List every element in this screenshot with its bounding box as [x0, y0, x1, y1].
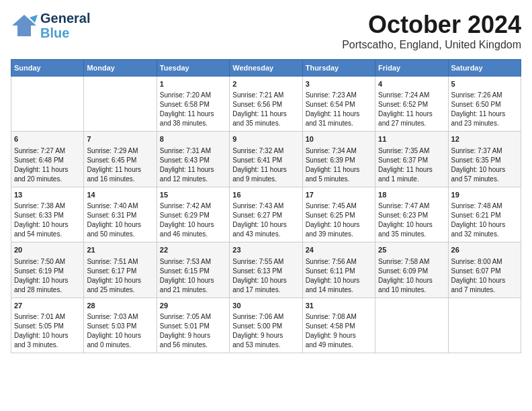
logo-general: General — [40, 11, 90, 26]
calendar-cell: 9Sunrise: 7:32 AM Sunset: 6:41 PM Daylig… — [230, 132, 302, 187]
calendar-cell: 5Sunrise: 7:26 AM Sunset: 6:50 PM Daylig… — [448, 77, 521, 132]
title-section: October 2024 Portscatho, England, United… — [342, 11, 521, 51]
calendar-cell: 25Sunrise: 7:58 AM Sunset: 6:09 PM Dayli… — [375, 242, 448, 298]
day-number: 5 — [451, 79, 518, 89]
calendar-cell: 21Sunrise: 7:51 AM Sunset: 6:17 PM Dayli… — [84, 242, 157, 298]
day-number: 23 — [232, 245, 299, 255]
day-number: 17 — [306, 190, 372, 200]
calendar-cell: 23Sunrise: 7:55 AM Sunset: 6:13 PM Dayli… — [230, 242, 302, 298]
calendar-cell — [84, 77, 157, 132]
calendar-header: SundayMondayTuesdayWednesdayThursdayFrid… — [11, 60, 521, 77]
day-content: Sunrise: 7:48 AM Sunset: 6:21 PM Dayligh… — [451, 202, 506, 238]
day-number: 4 — [378, 79, 445, 89]
day-number: 12 — [451, 134, 518, 144]
day-content: Sunrise: 7:06 AM Sunset: 5:00 PM Dayligh… — [232, 313, 283, 349]
day-content: Sunrise: 7:53 AM Sunset: 6:15 PM Dayligh… — [160, 258, 214, 293]
day-content: Sunrise: 7:21 AM Sunset: 6:56 PM Dayligh… — [232, 91, 287, 127]
month-title: October 2024 — [342, 11, 521, 39]
day-content: Sunrise: 7:42 AM Sunset: 6:29 PM Dayligh… — [160, 202, 214, 238]
calendar-cell: 10Sunrise: 7:34 AM Sunset: 6:39 PM Dayli… — [302, 132, 375, 187]
calendar-cell: 15Sunrise: 7:42 AM Sunset: 6:29 PM Dayli… — [157, 187, 229, 242]
day-content: Sunrise: 7:32 AM Sunset: 6:41 PM Dayligh… — [232, 147, 287, 183]
calendar-cell: 28Sunrise: 7:03 AM Sunset: 5:03 PM Dayli… — [84, 298, 157, 353]
day-content: Sunrise: 7:08 AM Sunset: 4:58 PM Dayligh… — [306, 313, 357, 349]
day-number: 16 — [232, 190, 299, 200]
calendar-cell: 29Sunrise: 7:05 AM Sunset: 5:01 PM Dayli… — [157, 298, 229, 353]
calendar-cell: 20Sunrise: 7:50 AM Sunset: 6:19 PM Dayli… — [11, 242, 84, 298]
day-number: 13 — [14, 190, 81, 200]
day-header-thursday: Thursday — [302, 60, 375, 77]
calendar-cell: 3Sunrise: 7:23 AM Sunset: 6:54 PM Daylig… — [302, 77, 375, 132]
day-number: 28 — [87, 301, 153, 311]
day-content: Sunrise: 7:37 AM Sunset: 6:35 PM Dayligh… — [451, 147, 506, 183]
calendar-cell: 18Sunrise: 7:47 AM Sunset: 6:23 PM Dayli… — [375, 187, 448, 242]
calendar-cell: 12Sunrise: 7:37 AM Sunset: 6:35 PM Dayli… — [448, 132, 521, 187]
day-number: 10 — [306, 134, 372, 144]
day-content: Sunrise: 7:01 AM Sunset: 5:05 PM Dayligh… — [14, 313, 69, 349]
day-number: 26 — [451, 245, 518, 255]
day-number: 29 — [160, 301, 226, 311]
day-header-sunday: Sunday — [11, 60, 84, 77]
day-content: Sunrise: 7:56 AM Sunset: 6:11 PM Dayligh… — [306, 258, 360, 293]
day-header-wednesday: Wednesday — [230, 60, 302, 77]
calendar-cell — [375, 298, 448, 353]
day-number: 18 — [378, 190, 445, 200]
day-content: Sunrise: 7:20 AM Sunset: 6:58 PM Dayligh… — [160, 91, 214, 127]
calendar-table: SundayMondayTuesdayWednesdayThursdayFrid… — [11, 59, 521, 353]
day-number: 30 — [232, 301, 299, 311]
calendar-cell: 30Sunrise: 7:06 AM Sunset: 5:00 PM Dayli… — [230, 298, 302, 353]
day-number: 24 — [306, 245, 372, 255]
week-row-5: 27Sunrise: 7:01 AM Sunset: 5:05 PM Dayli… — [11, 298, 521, 353]
day-number: 15 — [160, 190, 226, 200]
day-content: Sunrise: 7:24 AM Sunset: 6:52 PM Dayligh… — [378, 91, 433, 127]
day-content: Sunrise: 7:29 AM Sunset: 6:45 PM Dayligh… — [87, 147, 141, 183]
page-header: General Blue October 2024 Portscatho, En… — [11, 11, 521, 51]
day-number: 2 — [232, 79, 299, 89]
day-number: 31 — [306, 301, 372, 311]
day-number: 7 — [87, 134, 153, 144]
day-number: 22 — [160, 245, 226, 255]
calendar-cell: 17Sunrise: 7:45 AM Sunset: 6:25 PM Dayli… — [302, 187, 375, 242]
day-number: 25 — [378, 245, 445, 255]
day-content: Sunrise: 7:40 AM Sunset: 6:31 PM Dayligh… — [87, 202, 141, 238]
day-number: 14 — [87, 190, 153, 200]
calendar-cell: 26Sunrise: 8:00 AM Sunset: 6:07 PM Dayli… — [448, 242, 521, 298]
day-number: 9 — [232, 134, 299, 144]
day-number: 1 — [160, 79, 226, 89]
day-header-saturday: Saturday — [448, 60, 521, 77]
calendar-cell: 13Sunrise: 7:38 AM Sunset: 6:33 PM Dayli… — [11, 187, 84, 242]
day-number: 20 — [14, 245, 81, 255]
day-content: Sunrise: 7:47 AM Sunset: 6:23 PM Dayligh… — [378, 202, 433, 238]
calendar-cell: 4Sunrise: 7:24 AM Sunset: 6:52 PM Daylig… — [375, 77, 448, 132]
day-header-monday: Monday — [84, 60, 157, 77]
day-content: Sunrise: 7:50 AM Sunset: 6:19 PM Dayligh… — [14, 258, 69, 293]
logo: General Blue — [11, 11, 90, 40]
day-number: 21 — [87, 245, 153, 255]
location: Portscatho, England, United Kingdom — [342, 39, 521, 51]
day-number: 11 — [378, 134, 445, 144]
week-row-2: 6Sunrise: 7:27 AM Sunset: 6:48 PM Daylig… — [11, 132, 521, 187]
day-content: Sunrise: 8:00 AM Sunset: 6:07 PM Dayligh… — [451, 258, 506, 293]
logo-blue: Blue — [40, 26, 90, 40]
day-content: Sunrise: 7:27 AM Sunset: 6:48 PM Dayligh… — [14, 147, 69, 183]
day-content: Sunrise: 7:35 AM Sunset: 6:37 PM Dayligh… — [378, 147, 433, 183]
calendar-cell: 2Sunrise: 7:21 AM Sunset: 6:56 PM Daylig… — [230, 77, 302, 132]
day-number: 3 — [306, 79, 372, 89]
calendar-cell: 7Sunrise: 7:29 AM Sunset: 6:45 PM Daylig… — [84, 132, 157, 187]
day-content: Sunrise: 7:26 AM Sunset: 6:50 PM Dayligh… — [451, 91, 506, 127]
day-content: Sunrise: 7:45 AM Sunset: 6:25 PM Dayligh… — [306, 202, 360, 238]
logo-icon — [11, 13, 38, 38]
day-content: Sunrise: 7:23 AM Sunset: 6:54 PM Dayligh… — [306, 91, 360, 127]
day-content: Sunrise: 7:43 AM Sunset: 6:27 PM Dayligh… — [232, 202, 287, 238]
calendar-cell: 11Sunrise: 7:35 AM Sunset: 6:37 PM Dayli… — [375, 132, 448, 187]
day-number: 6 — [14, 134, 81, 144]
calendar-cell: 19Sunrise: 7:48 AM Sunset: 6:21 PM Dayli… — [448, 187, 521, 242]
day-number: 19 — [451, 190, 518, 200]
day-header-tuesday: Tuesday — [157, 60, 229, 77]
week-row-3: 13Sunrise: 7:38 AM Sunset: 6:33 PM Dayli… — [11, 187, 521, 242]
day-content: Sunrise: 7:05 AM Sunset: 5:01 PM Dayligh… — [160, 313, 211, 349]
day-content: Sunrise: 7:38 AM Sunset: 6:33 PM Dayligh… — [14, 202, 69, 238]
calendar-cell: 8Sunrise: 7:31 AM Sunset: 6:43 PM Daylig… — [157, 132, 229, 187]
week-row-1: 1Sunrise: 7:20 AM Sunset: 6:58 PM Daylig… — [11, 77, 521, 132]
calendar-cell — [11, 77, 84, 132]
